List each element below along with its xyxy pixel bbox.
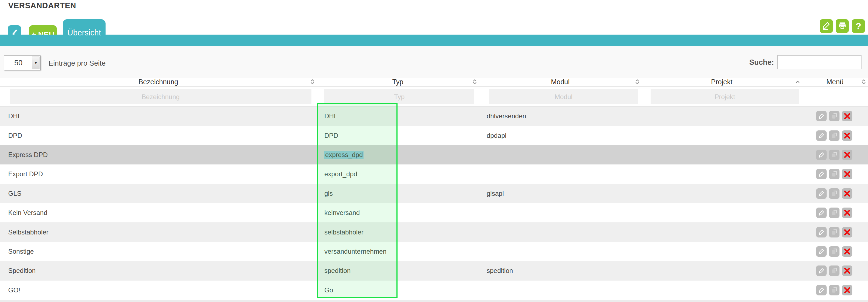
table-row[interactable]: GO! Go [0, 281, 868, 300]
edit-row-button[interactable] [816, 285, 827, 295]
filter-input-typ[interactable] [324, 89, 474, 104]
pencil-icon [818, 209, 825, 216]
edit-row-button[interactable] [816, 149, 827, 160]
copy-row-button[interactable] [829, 285, 839, 295]
copy-row-button[interactable] [829, 130, 839, 141]
delete-row-button[interactable] [842, 266, 852, 276]
edit-row-button[interactable] [816, 266, 827, 276]
delete-row-button[interactable] [842, 285, 852, 295]
table-row[interactable]: Sonstige versandunternehmen [0, 242, 868, 261]
filter-input-projekt[interactable] [651, 89, 799, 104]
column-header-modul[interactable]: Modul [479, 77, 642, 86]
cell-modul: glsapi [479, 190, 642, 197]
edit-row-button[interactable] [816, 130, 827, 141]
cell-bezeichnung: DHL [0, 112, 317, 120]
cell-typ: DHL [317, 112, 479, 120]
edit-row-button[interactable] [816, 227, 827, 238]
delete-row-button[interactable] [842, 111, 852, 121]
copy-row-button[interactable] [829, 208, 839, 218]
pencil-icon [818, 190, 825, 197]
selected-text: express_dpd [324, 151, 364, 159]
entries-per-page-label: Einträge pro Seite [49, 59, 105, 67]
copy-row-button[interactable] [829, 246, 839, 257]
cell-typ: DPD [317, 132, 479, 139]
cell-bezeichnung: Express DPD [0, 151, 317, 159]
table-row[interactable]: GLS gls glsapi [0, 184, 868, 203]
pencil-icon [818, 132, 825, 139]
column-header-menue[interactable]: Menü [802, 77, 868, 86]
edit-page-button[interactable] [820, 19, 833, 33]
edit-row-button[interactable] [816, 111, 827, 121]
cell-typ: export_dpd [317, 170, 479, 178]
footer-strip [0, 300, 868, 302]
column-header-typ[interactable]: Typ [317, 77, 479, 86]
copy-row-button[interactable] [829, 188, 839, 199]
cell-modul: spedition [479, 267, 642, 275]
sort-both-icon [635, 79, 639, 85]
pencil-icon [818, 248, 825, 255]
filter-input-bezeichnung[interactable] [10, 89, 311, 104]
cell-modul: dpdapi [479, 132, 642, 139]
delete-x-icon [844, 113, 851, 120]
copy-icon [831, 132, 838, 139]
edit-row-button[interactable] [816, 208, 827, 218]
cell-menu [802, 208, 868, 218]
cell-typ: keinversand [317, 209, 479, 217]
cell-bezeichnung: GLS [0, 190, 317, 197]
delete-row-button[interactable] [842, 227, 852, 238]
edit-row-button[interactable] [816, 169, 827, 179]
edit-row-button[interactable] [816, 246, 827, 257]
pencil-icon [818, 267, 825, 274]
table-row[interactable]: Spedition spedition spedition [0, 261, 868, 280]
cell-bezeichnung: GO! [0, 286, 317, 294]
cell-bezeichnung: Selbstabholer [0, 228, 317, 236]
copy-icon [831, 286, 838, 294]
sort-both-icon [310, 79, 314, 85]
column-header-projekt[interactable]: Projekt [642, 77, 802, 86]
copy-row-button[interactable] [829, 227, 839, 238]
delete-row-button[interactable] [842, 246, 852, 257]
search-input[interactable] [777, 55, 861, 69]
sort-both-icon [862, 79, 866, 85]
versandarten-page: VERSANDARTEN + NEU Übersicht [0, 0, 868, 302]
search-label: Suche: [749, 58, 774, 67]
delete-row-button[interactable] [842, 149, 852, 160]
delete-row-button[interactable] [842, 130, 852, 141]
copy-row-button[interactable] [829, 169, 839, 179]
cell-typ: express_dpd [317, 151, 479, 159]
delete-row-button[interactable] [842, 188, 852, 199]
cell-typ: Go [317, 286, 479, 294]
table-row[interactable]: DPD DPD dpdapi [0, 126, 868, 145]
cell-menu [802, 285, 868, 295]
delete-row-button[interactable] [842, 208, 852, 218]
edit-row-button[interactable] [816, 188, 827, 199]
table-header-row: Bezeichnung Typ Modul Projekt [0, 77, 868, 86]
pencil-icon [818, 286, 825, 294]
copy-row-button[interactable] [829, 266, 839, 276]
column-header-label: Bezeichnung [138, 78, 178, 86]
sort-both-icon [473, 79, 477, 85]
table-row[interactable]: Kein Versand keinversand [0, 203, 868, 222]
table-row[interactable]: Selbstabholer selbstabholer [0, 222, 868, 242]
tab-uebersicht[interactable]: Übersicht [63, 19, 105, 46]
table-row-selected[interactable]: Express DPD express_dpd [0, 145, 868, 164]
table-row[interactable]: Export DPD export_dpd [0, 164, 868, 184]
copy-row-button[interactable] [829, 111, 839, 121]
cell-menu [802, 149, 868, 160]
cell-bezeichnung: DPD [0, 132, 317, 139]
pencil-icon [818, 113, 825, 120]
delete-row-button[interactable] [842, 169, 852, 179]
filter-input-modul[interactable] [489, 89, 638, 104]
column-header-bezeichnung[interactable]: Bezeichnung [0, 77, 317, 86]
copy-icon [831, 267, 838, 274]
column-header-label: Typ [392, 78, 403, 86]
delete-x-icon [844, 170, 851, 177]
table-row[interactable]: DHL DHL dhlversenden [0, 107, 868, 126]
print-button[interactable] [836, 19, 849, 33]
cell-menu [802, 188, 868, 199]
toolbar-zone [0, 46, 868, 77]
copy-row-button[interactable] [829, 149, 839, 160]
cell-menu [802, 130, 868, 141]
help-button[interactable]: ? [852, 19, 865, 33]
page-size-select[interactable]: 50 ▾ [4, 55, 40, 70]
